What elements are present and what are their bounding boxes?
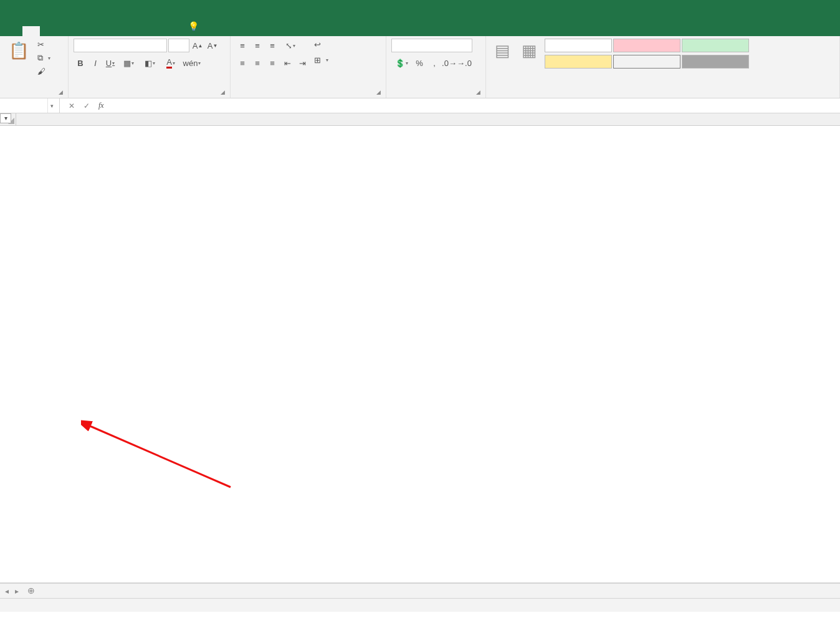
titlebar xyxy=(0,0,840,14)
sheet-nav-buttons[interactable]: ◂ ▸ xyxy=(0,584,24,598)
cell-styles-gallery[interactable] xyxy=(545,39,749,71)
tell-me-search[interactable]: 💡 xyxy=(179,16,211,36)
conditional-formatting-button[interactable]: ▤ xyxy=(491,39,514,64)
format-as-table-button[interactable]: ▦ xyxy=(518,39,541,64)
merge-center-button[interactable]: ⊞▾ xyxy=(313,54,330,66)
percent-button[interactable]: % xyxy=(413,56,426,70)
group-alignment: ≡ ≡ ≡ ⤡▾ ≡ ≡ ≡ ⇤ ⇥ ↩ ⊞▾ ◢ xyxy=(231,36,386,98)
align-right-button[interactable]: ≡ xyxy=(265,56,279,70)
bold-button[interactable]: B xyxy=(74,56,87,70)
auto-fill-options-button[interactable]: ▾ xyxy=(0,113,11,123)
align-bottom-button[interactable]: ≡ xyxy=(265,39,279,52)
phonetic-button[interactable]: wén▾ xyxy=(182,56,202,70)
clipboard-launcher-icon[interactable]: ◢ xyxy=(59,89,63,95)
bucket-icon: ◧ xyxy=(145,59,152,68)
name-box[interactable]: ▾ xyxy=(0,98,60,113)
lightbulb-icon: 💡 xyxy=(188,21,199,31)
font-color-button[interactable]: A▾ xyxy=(161,56,181,70)
ribbon: 📋 ✂ ⧉▾ 🖌 ◢ A▲ A▼ B I U▾ ▦▾ xyxy=(0,36,840,98)
group-label-font: ◢ xyxy=(74,94,225,97)
merge-icon: ⊞ xyxy=(314,55,321,65)
name-box-input[interactable] xyxy=(0,102,47,110)
wrap-text-button[interactable]: ↩ xyxy=(313,39,330,50)
orientation-button[interactable]: ⤡▾ xyxy=(280,39,300,52)
copy-button[interactable]: ⧉▾ xyxy=(36,52,52,64)
cond-fmt-icon: ▤ xyxy=(495,41,510,60)
sheet-nav-prev-icon[interactable]: ◂ xyxy=(5,587,9,596)
style-calculation[interactable] xyxy=(613,55,680,69)
tab-review[interactable] xyxy=(110,26,127,36)
tab-insert[interactable] xyxy=(40,26,57,36)
style-bad[interactable] xyxy=(613,39,680,52)
column-headers[interactable] xyxy=(16,113,840,126)
increase-decimal-button[interactable]: .0→ xyxy=(442,56,456,70)
ribbon-tabs: 💡 xyxy=(0,14,840,36)
cut-button[interactable]: ✂ xyxy=(36,39,52,50)
align-top-button[interactable]: ≡ xyxy=(236,39,249,52)
tab-pdf[interactable] xyxy=(162,26,179,36)
group-label-alignment: ◢ xyxy=(236,94,381,97)
group-number: 💲▾ % , .0→ →.0 ◢ xyxy=(386,36,486,98)
status-bar xyxy=(0,598,840,612)
paste-button[interactable]: 📋 xyxy=(5,39,32,64)
formula-bar: ▾ ✕ ✓ fx xyxy=(0,98,840,113)
alignment-launcher-icon[interactable]: ◢ xyxy=(376,89,381,95)
wrap-icon: ↩ xyxy=(314,40,321,49)
font-name-select[interactable] xyxy=(74,39,167,52)
tab-home[interactable] xyxy=(22,26,40,36)
name-box-dropdown-icon[interactable]: ▾ xyxy=(47,98,56,113)
underline-button[interactable]: U▾ xyxy=(103,56,117,70)
comma-button[interactable]: , xyxy=(427,56,441,70)
brush-icon: 🖌 xyxy=(37,67,45,76)
group-styles: ▤ ▦ xyxy=(486,36,840,98)
decrease-decimal-button[interactable]: →.0 xyxy=(457,56,471,70)
align-middle-button[interactable]: ≡ xyxy=(251,39,264,52)
decrease-font-button[interactable]: A▼ xyxy=(206,39,219,52)
spreadsheet-grid[interactable]: ▾ xyxy=(0,113,840,583)
tab-data[interactable] xyxy=(92,26,110,36)
font-size-select[interactable] xyxy=(168,39,189,52)
group-font: A▲ A▼ B I U▾ ▦▾ ◧▾ A▾ wén▾ ◢ xyxy=(69,36,231,98)
align-left-button[interactable]: ≡ xyxy=(236,56,249,70)
sheet-nav-next-icon[interactable]: ▸ xyxy=(15,587,19,596)
add-sheet-button[interactable]: ⊕ xyxy=(24,584,39,598)
enter-formula-icon[interactable]: ✓ xyxy=(84,102,90,110)
paste-icon: 📋 xyxy=(9,41,29,60)
tab-help[interactable] xyxy=(145,26,162,36)
scissors-icon: ✂ xyxy=(37,40,44,49)
align-center-button[interactable]: ≡ xyxy=(251,56,264,70)
table-fmt-icon: ▦ xyxy=(522,41,537,60)
tab-formulas[interactable] xyxy=(75,26,92,36)
cancel-formula-icon[interactable]: ✕ xyxy=(69,102,75,110)
tab-view[interactable] xyxy=(127,26,145,36)
tab-page-layout[interactable] xyxy=(57,26,75,36)
decrease-indent-button[interactable]: ⇤ xyxy=(280,56,294,70)
border-button[interactable]: ▦▾ xyxy=(118,56,138,70)
style-normal[interactable] xyxy=(545,39,612,52)
group-label-clipboard: ◢ xyxy=(5,94,63,97)
number-format-select[interactable] xyxy=(391,39,472,52)
cells-area[interactable] xyxy=(16,126,840,582)
font-launcher-icon[interactable]: ◢ xyxy=(221,89,225,95)
fill-color-button[interactable]: ◧▾ xyxy=(140,56,160,70)
copy-icon: ⧉ xyxy=(37,53,43,63)
increase-indent-button[interactable]: ⇥ xyxy=(295,56,309,70)
increase-font-button[interactable]: A▲ xyxy=(191,39,204,52)
style-good[interactable] xyxy=(682,39,749,52)
style-neutral[interactable] xyxy=(545,55,612,69)
group-label-styles xyxy=(491,94,834,97)
format-painter-button[interactable]: 🖌 xyxy=(36,65,52,77)
group-label-number: ◢ xyxy=(391,94,480,97)
number-launcher-icon[interactable]: ◢ xyxy=(476,89,480,95)
italic-button[interactable]: I xyxy=(88,56,102,70)
accounting-format-button[interactable]: 💲▾ xyxy=(391,56,411,70)
insert-function-icon[interactable]: fx xyxy=(98,101,104,110)
group-clipboard: 📋 ✂ ⧉▾ 🖌 ◢ xyxy=(0,36,69,98)
tab-file[interactable] xyxy=(5,26,22,36)
style-check-cell[interactable] xyxy=(682,55,749,69)
formula-input[interactable] xyxy=(113,98,840,113)
sheet-tab-bar: ◂ ▸ ⊕ xyxy=(0,583,840,598)
